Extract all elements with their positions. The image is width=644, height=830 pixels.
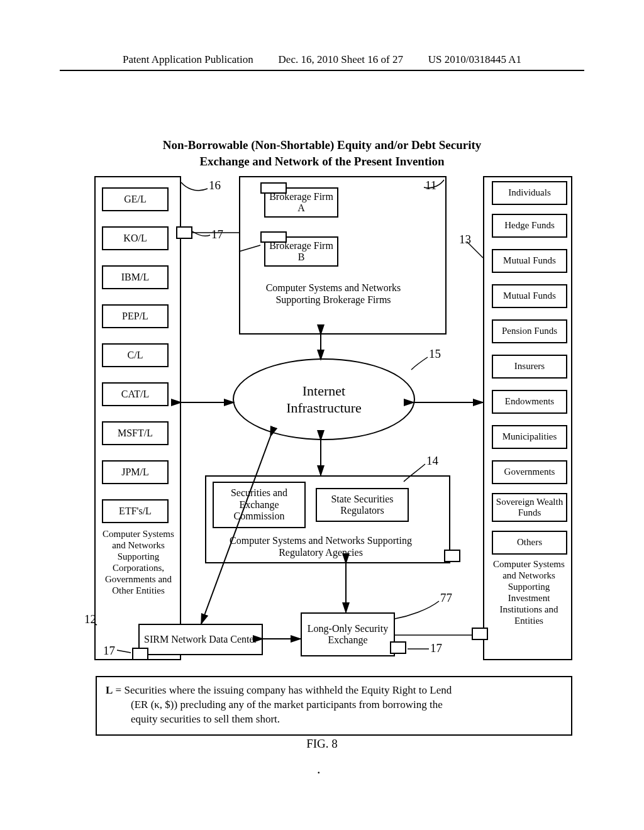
header-left: Patent Application Publication (123, 53, 253, 66)
page-dot: . (317, 761, 321, 777)
investor-box: Sovereign Wealth Funds (492, 493, 567, 522)
investor-box: Mutual Funds (492, 284, 567, 308)
investor-box: Individuals (492, 181, 567, 205)
header-center: Dec. 16, 2010 Sheet 16 of 27 (279, 53, 403, 66)
issuer-box: CAT/L (102, 382, 169, 406)
issuer-box: PEP/L (102, 304, 169, 328)
ref-13: 13 (459, 233, 471, 246)
ref-15: 15 (429, 347, 441, 361)
ref-17: 17 (211, 228, 223, 241)
state-reg-box: State Securities Regulators (316, 488, 409, 522)
footnote-lead: L (106, 684, 113, 696)
small-box-icon (132, 648, 148, 660)
investor-box: Endowments (492, 390, 567, 414)
issuer-box: JPM/L (102, 460, 169, 484)
small-box-icon (176, 226, 192, 239)
footnote-box: L = Securities where the issuing company… (96, 676, 572, 736)
diagram-canvas: GE/L KO/L IBM/L PEP/L C/L CAT/L MSFT/L J… (94, 176, 572, 667)
brokerage-caption: Computer Systems and Networks Supporting… (245, 282, 421, 306)
ref-16: 16 (209, 179, 221, 192)
ref-77: 77 (440, 591, 452, 605)
internet-oval: Internet Infrastructure (233, 358, 415, 440)
footnote-line2: (ER (κ, $)) precluding any of the market… (106, 698, 562, 712)
ref-14: 14 (426, 454, 438, 468)
header-right: US 2010/0318445 A1 (428, 53, 521, 66)
sirm-box: SIRM Network Data Center (138, 624, 263, 655)
small-box-icon (472, 628, 488, 640)
regulatory-caption: Computer Systems and Networks Supporting… (214, 534, 428, 558)
investor-box: Insurers (492, 355, 567, 379)
issuer-box: MSFT/L (102, 421, 169, 445)
investor-box: Hedge Funds (492, 214, 567, 238)
diagram-title: Non-Borrowable (Non-Shortable) Equity an… (0, 137, 644, 169)
title-line-1: Non-Borrowable (Non-Shortable) Equity an… (0, 137, 644, 153)
sec-box: Securities and Exchange Commission (213, 482, 306, 528)
issuers-caption: Computer Systems and Networks Supporting… (97, 528, 180, 596)
small-box-icon (260, 231, 287, 243)
investor-box: Municipalities (492, 425, 567, 449)
issuer-box: GE/L (102, 187, 169, 211)
issuer-box: KO/L (102, 226, 169, 250)
issuer-box: C/L (102, 343, 169, 367)
issuer-box: ETF's/L (102, 499, 169, 523)
long-only-box: Long-Only Security Exchange (301, 612, 395, 656)
investor-box: Others (492, 531, 567, 555)
page-header: Patent Application Publication Dec. 16, … (60, 53, 584, 71)
title-line-2: Exchange and Network of the Present Inve… (0, 153, 644, 170)
figure-label: FIG. 8 (0, 737, 644, 751)
investors-caption: Computer Systems and Networks Supporting… (488, 558, 570, 626)
footnote-line3: equity securities to sell them short. (106, 712, 562, 727)
investor-box: Mutual Funds (492, 249, 567, 273)
issuer-box: IBM/L (102, 265, 169, 289)
small-box-icon (260, 182, 287, 194)
ref-11: 11 (425, 179, 436, 192)
ref-12: 12 (84, 612, 96, 626)
small-box-icon (390, 641, 406, 654)
footnote-line1: = Securities where the issuing company h… (113, 684, 452, 696)
small-box-icon (444, 550, 460, 562)
investor-box: Governments (492, 460, 567, 484)
ref-17: 17 (430, 641, 442, 655)
ref-17: 17 (103, 644, 115, 658)
investor-box: Pension Funds (492, 319, 567, 343)
